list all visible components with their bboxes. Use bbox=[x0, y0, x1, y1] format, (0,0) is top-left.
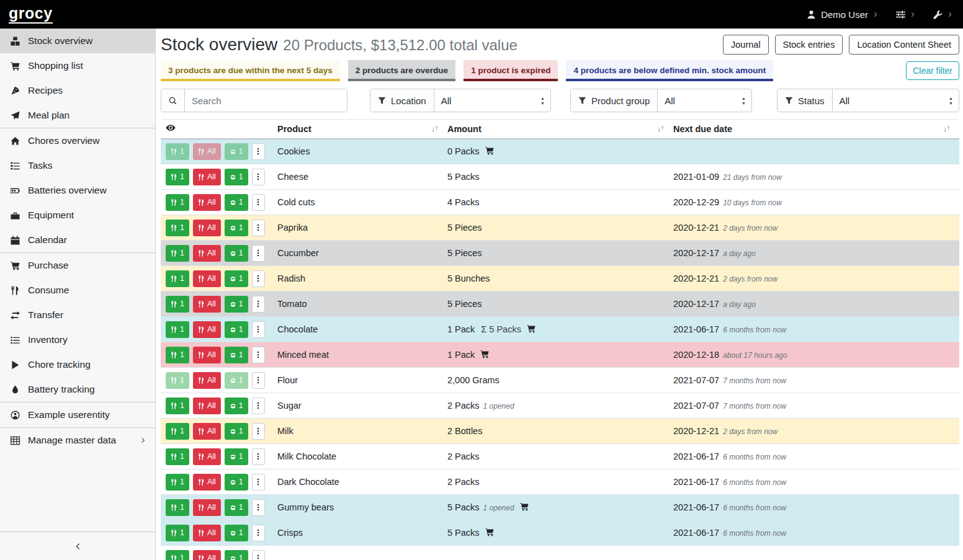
consume-all-button[interactable]: All bbox=[193, 296, 221, 313]
consume-all-button[interactable]: All bbox=[193, 372, 221, 389]
open-one-button[interactable]: 1 bbox=[225, 550, 248, 560]
consume-one-button[interactable]: 1 bbox=[166, 194, 189, 211]
sidebar-item-chores-overview[interactable]: Chores overview bbox=[0, 128, 155, 153]
cart-icon[interactable] bbox=[485, 528, 494, 536]
open-one-button[interactable]: 1 bbox=[225, 372, 248, 389]
sidebar-item-tasks[interactable]: Tasks bbox=[0, 153, 155, 178]
row-menu-button[interactable] bbox=[252, 474, 265, 491]
consume-all-button[interactable]: All bbox=[193, 474, 221, 491]
column-visibility-toggle[interactable] bbox=[161, 120, 277, 139]
consume-one-button[interactable]: 1 bbox=[166, 143, 189, 160]
consume-all-button[interactable]: All bbox=[193, 347, 221, 363]
consume-all-button[interactable]: All bbox=[193, 398, 221, 414]
consume-all-button[interactable]: All bbox=[193, 245, 221, 262]
status-banner-below-min-stock[interactable]: 4 products are below defined min. stock … bbox=[566, 60, 773, 81]
sidebar-item-equipment[interactable]: Equipment bbox=[0, 203, 155, 228]
cart-icon[interactable] bbox=[527, 324, 535, 333]
consume-all-button[interactable]: All bbox=[193, 143, 221, 160]
consume-one-button[interactable]: 1 bbox=[166, 448, 189, 465]
sidebar-item-consume[interactable]: Consume bbox=[0, 278, 155, 303]
row-menu-button[interactable] bbox=[252, 423, 265, 440]
consume-all-button[interactable]: All bbox=[193, 448, 221, 465]
journal-button[interactable]: Journal bbox=[723, 35, 769, 55]
grocy-logo[interactable]: grocy bbox=[9, 6, 53, 24]
user-menu[interactable]: Demo User bbox=[807, 9, 879, 20]
row-menu-button[interactable] bbox=[252, 296, 265, 313]
consume-one-button[interactable]: 1 bbox=[166, 525, 189, 541]
cart-icon[interactable] bbox=[480, 350, 489, 358]
row-menu-button[interactable] bbox=[252, 499, 265, 516]
sidebar-item-purchase[interactable]: Purchase bbox=[0, 253, 155, 278]
consume-one-button[interactable]: 1 bbox=[166, 245, 189, 262]
open-one-button[interactable]: 1 bbox=[225, 245, 248, 262]
consume-one-button[interactable]: 1 bbox=[166, 321, 189, 338]
row-menu-button[interactable] bbox=[252, 525, 265, 541]
consume-all-button[interactable]: All bbox=[193, 220, 221, 236]
column-header-next-due-date[interactable]: Next due date bbox=[673, 120, 959, 139]
row-menu-button[interactable] bbox=[252, 448, 265, 465]
consume-all-button[interactable]: All bbox=[193, 321, 221, 338]
consume-all-button[interactable]: All bbox=[193, 169, 221, 185]
row-menu-button[interactable] bbox=[252, 372, 265, 389]
consume-one-button[interactable]: 1 bbox=[166, 474, 189, 491]
open-one-button[interactable]: 1 bbox=[225, 296, 248, 313]
sidebar-item-inventory[interactable]: Inventory bbox=[0, 327, 155, 352]
open-one-button[interactable]: 1 bbox=[225, 143, 248, 160]
sidebar-item-transfer[interactable]: Transfer bbox=[0, 303, 155, 327]
consume-one-button[interactable]: 1 bbox=[166, 270, 189, 287]
sidebar-item-example-userentity[interactable]: Example userentity bbox=[0, 402, 155, 427]
consume-one-button[interactable]: 1 bbox=[166, 372, 189, 389]
consume-one-button[interactable]: 1 bbox=[166, 220, 189, 236]
row-menu-button[interactable] bbox=[252, 321, 265, 338]
consume-one-button[interactable]: 1 bbox=[166, 296, 189, 313]
cart-icon[interactable] bbox=[485, 146, 494, 155]
consume-one-button[interactable]: 1 bbox=[166, 347, 189, 363]
cart-icon[interactable] bbox=[520, 502, 529, 511]
status-banner-expired[interactable]: 1 product is expired bbox=[464, 60, 558, 81]
open-one-button[interactable]: 1 bbox=[225, 474, 248, 491]
row-menu-button[interactable] bbox=[252, 550, 265, 560]
column-header-product[interactable]: Product bbox=[277, 120, 447, 139]
admin-menu[interactable] bbox=[933, 10, 953, 19]
sidebar-item-recipes[interactable]: Recipes bbox=[0, 78, 155, 103]
product-group-select[interactable]: All bbox=[658, 89, 751, 112]
consume-one-button[interactable]: 1 bbox=[166, 499, 189, 516]
status-select[interactable]: All bbox=[833, 89, 959, 112]
status-banner-due-soon[interactable]: 3 products are due within the next 5 day… bbox=[161, 60, 340, 81]
row-menu-button[interactable] bbox=[252, 245, 265, 262]
consume-all-button[interactable]: All bbox=[193, 194, 221, 211]
location-select[interactable]: All bbox=[434, 89, 550, 112]
sidebar-item-manage-master-data[interactable]: Manage master data bbox=[0, 428, 155, 453]
status-banner-overdue[interactable]: 2 products are overdue bbox=[348, 60, 455, 81]
open-one-button[interactable]: 1 bbox=[225, 194, 248, 211]
sidebar-item-shopping-list[interactable]: Shopping list bbox=[0, 53, 155, 78]
open-one-button[interactable]: 1 bbox=[225, 499, 248, 516]
open-one-button[interactable]: 1 bbox=[225, 448, 248, 465]
row-menu-button[interactable] bbox=[252, 143, 265, 160]
open-one-button[interactable]: 1 bbox=[225, 270, 248, 287]
open-one-button[interactable]: 1 bbox=[225, 398, 248, 414]
sidebar-item-calendar[interactable]: Calendar bbox=[0, 228, 155, 252]
consume-one-button[interactable]: 1 bbox=[166, 398, 189, 414]
row-menu-button[interactable] bbox=[252, 270, 265, 287]
clear-filter-button[interactable]: Clear filter bbox=[906, 61, 959, 80]
row-menu-button[interactable] bbox=[252, 347, 265, 363]
sidebar-item-chore-tracking[interactable]: Chore tracking bbox=[0, 352, 155, 377]
consume-one-button[interactable]: 1 bbox=[166, 423, 189, 440]
consume-all-button[interactable]: All bbox=[193, 270, 221, 287]
sidebar-item-batteries-overview[interactable]: Batteries overview bbox=[0, 178, 155, 203]
open-one-button[interactable]: 1 bbox=[225, 525, 248, 541]
sidebar-item-stock-overview[interactable]: Stock overview bbox=[0, 29, 155, 53]
stock-entries-button[interactable]: Stock entries bbox=[775, 35, 843, 55]
consume-all-button[interactable]: All bbox=[193, 499, 221, 516]
sidebar-collapse-button[interactable] bbox=[0, 531, 155, 560]
row-menu-button[interactable] bbox=[252, 398, 265, 414]
open-one-button[interactable]: 1 bbox=[225, 423, 248, 440]
sidebar-item-battery-tracking[interactable]: Battery tracking bbox=[0, 377, 155, 402]
consume-all-button[interactable]: All bbox=[193, 525, 221, 541]
consume-one-button[interactable]: 1 bbox=[166, 169, 189, 185]
location-content-sheet-button[interactable]: Location Content Sheet bbox=[849, 35, 959, 55]
row-menu-button[interactable] bbox=[252, 194, 265, 211]
row-menu-button[interactable] bbox=[252, 169, 265, 185]
search-input[interactable] bbox=[185, 89, 347, 112]
